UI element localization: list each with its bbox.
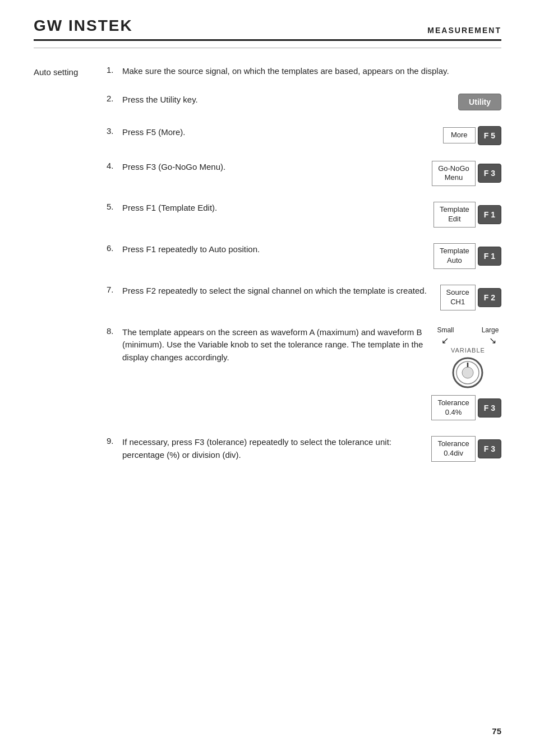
large-label: Large [482, 326, 499, 334]
tolerance-div-softkey[interactable]: Tolerance 0.4div [431, 436, 475, 462]
step-7-key: Source CH1 F 2 [440, 285, 501, 310]
f1-key-edit[interactable]: F 1 [478, 205, 501, 224]
more-softkey[interactable]: More [443, 127, 476, 143]
step-2-key: Utility [458, 94, 501, 110]
variable-knob-area: Small Large ↙ ↘ VARIABLE [437, 326, 499, 389]
step-4: 4. Press F3 (Go-NoGo Menu). Go-NoGo Menu… [107, 161, 501, 187]
step-1-text: Make sure the source signal, on which th… [122, 65, 501, 78]
variable-label-text: VARIABLE [451, 347, 485, 354]
step-5-number: 5. [107, 202, 122, 211]
step-7-number: 7. [107, 285, 122, 294]
step-8: 8. The template appears on the screen as… [107, 326, 501, 421]
step-3-number: 3. [107, 126, 122, 136]
step-4-key: Go-NoGo Menu F 3 [432, 161, 501, 187]
step-5-key: Template Edit F 1 [433, 202, 501, 228]
step-2-text: Press the Utility key. [122, 94, 453, 106]
step-5: 5. Press F1 (Template Edit). Template Ed… [107, 202, 501, 228]
step-4-text: Press F3 (Go-NoGo Menu). [122, 161, 426, 174]
variable-labels-row: Small Large [437, 326, 499, 334]
step-5-text: Press F1 (Template Edit). [122, 202, 428, 215]
header: GW INSTEK MEASUREMENT [34, 17, 501, 41]
step-2-number: 2. [107, 94, 122, 103]
main-content: Auto setting 1. Make sure the source sig… [34, 65, 501, 477]
step-9-text: If necessary, press F3 (tolerance) repea… [122, 436, 426, 461]
step-8-text: The template appears on the screen as wa… [122, 326, 426, 364]
f2-key[interactable]: F 2 [478, 288, 501, 307]
tolerance-percent-softkey[interactable]: Tolerance 0.4% [431, 395, 475, 421]
tolerance-percent-row: Tolerance 0.4% F 3 [431, 395, 501, 421]
section-label: Auto setting [34, 65, 107, 477]
steps-list: 1. Make sure the source signal, on which… [107, 65, 501, 477]
step-6-number: 6. [107, 243, 122, 253]
step-7: 7. Press F2 repeatedly to select the sig… [107, 285, 501, 310]
page-number: 75 [492, 726, 501, 736]
step-2: 2. Press the Utility key. Utility [107, 94, 501, 110]
step-8-keys: Small Large ↙ ↘ VARIABLE [431, 326, 501, 421]
template-auto-softkey[interactable]: Template Auto [433, 243, 476, 269]
f5-key[interactable]: F 5 [478, 126, 501, 145]
f3-key-gonogo[interactable]: F 3 [478, 164, 501, 183]
svg-point-2 [462, 367, 473, 378]
step-7-text: Press F2 repeatedly to select the signal… [122, 285, 435, 298]
step-1: 1. Make sure the source signal, on which… [107, 65, 501, 78]
step-4-number: 4. [107, 161, 122, 170]
step-9-number: 9. [107, 436, 122, 446]
f3-key-tolerance-div[interactable]: F 3 [478, 439, 501, 458]
step-6: 6. Press F1 repeatedly to Auto position.… [107, 243, 501, 269]
template-edit-softkey[interactable]: Template Edit [433, 202, 476, 228]
logo: GW INSTEK [34, 17, 133, 35]
utility-button[interactable]: Utility [458, 94, 501, 110]
gonogo-softkey[interactable]: Go-NoGo Menu [432, 161, 476, 187]
arrow-down-large: ↘ [489, 335, 496, 346]
header-title: MEASUREMENT [427, 26, 501, 35]
step-6-key: Template Auto F 1 [433, 243, 501, 269]
f3-key-tolerance-pct[interactable]: F 3 [478, 398, 501, 418]
arrow-down-small: ↙ [441, 335, 449, 346]
step-9-key: Tolerance 0.4div F 3 [431, 436, 501, 462]
sub-divider [34, 48, 501, 48]
step-8-number: 8. [107, 326, 122, 336]
variable-knob[interactable] [451, 356, 485, 389]
page: GW INSTEK MEASUREMENT Auto setting 1. Ma… [0, 0, 535, 756]
step-6-text: Press F1 repeatedly to Auto position. [122, 243, 428, 256]
step-9: 9. If necessary, press F3 (tolerance) re… [107, 436, 501, 462]
source-ch1-softkey[interactable]: Source CH1 [440, 285, 476, 310]
step-3-key: More F 5 [443, 126, 501, 145]
step-1-number: 1. [107, 65, 122, 75]
step-3: 3. Press F5 (More). More F 5 [107, 126, 501, 145]
f1-key-auto[interactable]: F 1 [478, 247, 501, 266]
small-label: Small [437, 326, 454, 334]
step-3-text: Press F5 (More). [122, 126, 437, 139]
